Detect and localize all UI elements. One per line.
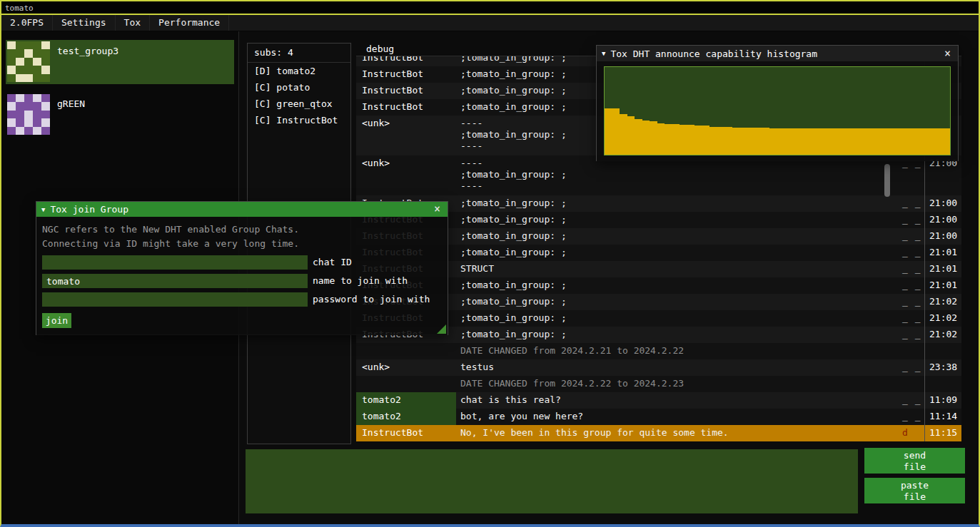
avatar-pixel	[33, 41, 41, 49]
histogram-bar	[792, 128, 800, 155]
collapse-arrow-icon[interactable]: ▼	[41, 206, 45, 213]
app-window: tomato 2.0FPS Settings Tox Performance t…	[0, 0, 980, 527]
histogram-bar	[852, 128, 860, 155]
collapse-arrow-icon[interactable]: ▼	[602, 50, 605, 57]
message-text: ---- ;tomato_in_group: ; ----	[456, 155, 896, 195]
histogram-bar	[875, 128, 883, 155]
group-name: test_group3	[50, 41, 118, 83]
histogram-bar	[814, 128, 822, 155]
avatar-pixel	[7, 118, 16, 126]
message-time: 21:02	[924, 327, 961, 343]
join-window-titlebar[interactable]: ▼ Tox join Group ×	[36, 202, 448, 217]
histogram-bar	[867, 128, 875, 155]
avatar-pixel	[24, 94, 33, 102]
chat-message-row[interactable]: <unk>testus_ _23:38	[356, 359, 961, 376]
date-separator-row: DATE CHANGED from 2024.2.22 to 2024.2.23	[356, 376, 961, 392]
message-flags: _ _	[896, 327, 924, 343]
avatar-pixel	[33, 49, 41, 57]
resize-grip-icon[interactable]	[437, 324, 446, 334]
group-avatar	[7, 94, 50, 135]
avatar-pixel	[33, 118, 41, 126]
sender-name: InstructBot	[356, 99, 456, 116]
chat-message-row[interactable]: InstructBotNo, I've been in this group f…	[356, 425, 961, 441]
paste-file-button[interactable]: paste file	[864, 478, 965, 503]
histogram-window-titlebar[interactable]: ▼ Tox DHT announce capability histogram …	[597, 46, 958, 61]
member-item[interactable]: [C] potato	[248, 79, 350, 96]
name-to-join-with-input[interactable]	[42, 274, 308, 288]
group-item-gREEN[interactable]: gREEN	[6, 93, 234, 137]
member-item[interactable]: [C] green_qtox	[248, 96, 350, 112]
avatar-pixel	[7, 74, 16, 82]
avatar-pixel	[33, 58, 41, 66]
member-item[interactable]: [D] tomato2	[248, 63, 350, 79]
histogram-bar	[769, 128, 777, 155]
message-time: 21:00	[924, 212, 961, 228]
message-text: ;tomato_in_group: ;	[456, 245, 896, 261]
sender-name: InstructBot	[356, 66, 456, 83]
message-time: 21:02	[924, 310, 961, 327]
info-text: NGC refers to the New DHT enabled Group …	[42, 222, 442, 237]
avatar-pixel	[16, 111, 24, 118]
avatar-pixel	[41, 102, 50, 110]
message-time: 21:01	[924, 245, 961, 261]
histogram-bar	[665, 124, 672, 155]
close-icon: ×	[434, 203, 440, 215]
member-list: [D] tomato2[C] potato[C] green_qtox[C] I…	[248, 63, 350, 128]
message-flags: _ _	[896, 310, 924, 327]
menu-tox[interactable]: Tox	[116, 15, 150, 31]
histogram-bar	[837, 128, 845, 155]
avatar-pixel	[41, 66, 50, 73]
histogram-window-close-button[interactable]: ×	[942, 48, 953, 59]
histogram-window-title: Tox DHT announce capability histogram	[610, 48, 817, 59]
avatar-pixel	[24, 58, 33, 66]
avatar-pixel	[24, 49, 33, 57]
sender-name: InstructBot	[356, 425, 456, 441]
send-file-button[interactable]: send file	[864, 448, 965, 474]
message-flags: _ _	[896, 392, 924, 409]
avatar-pixel	[24, 66, 33, 73]
join-window-close-button[interactable]: ×	[432, 204, 443, 215]
message-time: 11:14	[924, 409, 961, 425]
histogram-bar	[890, 128, 898, 155]
histogram-bar	[920, 128, 928, 155]
avatar-pixel	[16, 94, 24, 102]
chat-message-row[interactable]: tomato2bot, are you new here?_ _11:14	[356, 409, 961, 425]
histogram-bar	[605, 108, 612, 155]
window-titlebar[interactable]: tomato	[1, 1, 979, 15]
sender-name: tomato2	[356, 409, 456, 425]
avatar-pixel	[24, 102, 33, 110]
menu-performance[interactable]: Performance	[150, 15, 229, 31]
histogram-bar	[620, 114, 627, 155]
histogram-bar	[657, 123, 665, 155]
join-field-row: password to join with	[42, 292, 442, 307]
join-button[interactable]: join	[42, 313, 71, 328]
join-info-text: NGC refers to the New DHT enabled Group …	[42, 222, 442, 251]
message-input[interactable]	[246, 449, 858, 513]
avatar-pixel	[41, 49, 50, 57]
histogram-bar	[799, 128, 807, 155]
field-label: chat ID	[313, 255, 352, 270]
message-flags: _ _	[896, 228, 924, 245]
message-flags: _ _	[896, 195, 924, 212]
avatar-pixel	[33, 127, 41, 135]
group-item-test_group3[interactable]: test_group3	[6, 40, 234, 84]
tab-debug[interactable]: debug	[356, 43, 404, 56]
histogram-bar	[627, 116, 635, 155]
histogram-bar	[762, 128, 770, 155]
group-avatar	[7, 41, 50, 82]
avatar-pixel	[7, 94, 16, 102]
chat-ID-input[interactable]	[42, 255, 308, 270]
histogram-bar	[739, 128, 747, 155]
sender-name: tomato2	[356, 392, 456, 409]
histogram-plot	[604, 66, 951, 155]
chat-message-row[interactable]: <unk>---- ;tomato_in_group: ; ----_ _21:…	[356, 155, 961, 195]
password-to-join-with-input[interactable]	[42, 292, 308, 307]
histogram-bar	[942, 128, 950, 155]
member-item[interactable]: [C] InstructBot	[248, 112, 350, 128]
message-flags: _ _	[896, 294, 924, 310]
histogram-bar	[927, 128, 935, 155]
histogram-bar	[912, 128, 920, 155]
chat-message-row[interactable]: tomato2chat is this real?_ _11:09	[356, 392, 961, 409]
menu-settings[interactable]: Settings	[53, 15, 116, 31]
chat-scrollbar[interactable]	[884, 164, 890, 197]
